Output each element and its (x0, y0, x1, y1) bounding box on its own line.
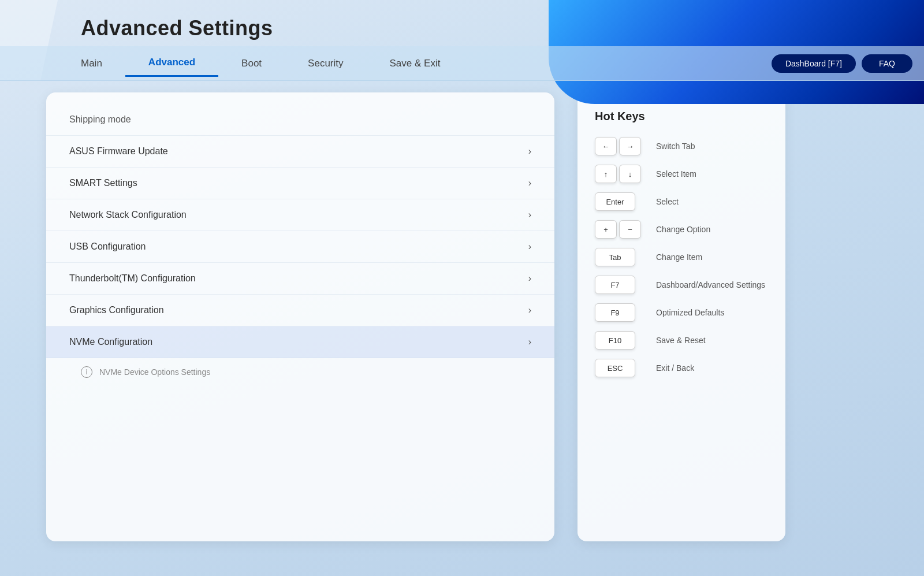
hotkey-desc-change-option: Change Option (656, 225, 710, 234)
sub-item-nvme-options: i NVMe Device Options Settings (46, 358, 554, 386)
arrow-icon-usb-config: › (528, 241, 531, 252)
settings-label-usb-config: USB Configuration (69, 241, 523, 252)
page-title: Advanced Settings (81, 16, 273, 40)
key-down-arrow: ↓ (619, 165, 641, 183)
key-esc: ESC (595, 359, 635, 377)
hotkeys-panel: Hot Keys ← → Switch Tab ↑ ↓ Select Item … (578, 92, 785, 541)
sub-item-label: NVMe Device Options Settings (99, 367, 210, 377)
arrow-icon-smart-settings: › (528, 178, 531, 188)
arrow-icon-asus-firmware: › (528, 146, 531, 157)
key-plus: + (595, 220, 617, 239)
hotkey-keys-esc: ESC (595, 359, 647, 377)
hotkey-f7: F7 Dashboard/Advanced Settings (595, 276, 768, 294)
key-left-arrow: ← (595, 137, 617, 155)
hotkey-desc-switch-tab: Switch Tab (656, 142, 695, 151)
hotkey-desc-esc: Exit / Back (656, 363, 694, 373)
nav-right-buttons: DashBoard [F7] FAQ (772, 54, 912, 73)
settings-item-shipping-mode[interactable]: Shipping mode (46, 104, 554, 136)
nav-save-exit[interactable]: Save & Exit (367, 51, 464, 76)
hotkey-f10: F10 Save & Reset (595, 331, 768, 350)
hotkey-desc-f9: Optimized Defaults (656, 308, 724, 317)
key-tab: Tab (595, 248, 635, 266)
hotkey-desc-select-item: Select Item (656, 169, 696, 179)
key-f7: F7 (595, 276, 635, 294)
hotkey-desc-tab: Change Item (656, 252, 702, 262)
settings-item-asus-firmware[interactable]: ASUS Firmware Update › (46, 136, 554, 168)
arrow-icon-network-stack: › (528, 210, 531, 220)
hotkey-switch-tab: ← → Switch Tab (595, 137, 768, 155)
hotkey-keys-tab: Tab (595, 248, 647, 266)
info-icon: i (81, 366, 92, 378)
arrow-icon-thunderbolt: › (528, 273, 531, 284)
nav-advanced[interactable]: Advanced (125, 50, 218, 77)
settings-panel: Shipping mode ASUS Firmware Update › SMA… (46, 92, 554, 541)
hotkey-keys-enter: Enter (595, 192, 647, 211)
hotkey-desc-f10: Save & Reset (656, 336, 706, 345)
settings-item-network-stack[interactable]: Network Stack Configuration › (46, 199, 554, 231)
nav-boot[interactable]: Boot (218, 51, 285, 76)
hotkey-select-item: ↑ ↓ Select Item (595, 165, 768, 183)
settings-label-shipping-mode: Shipping mode (69, 114, 531, 125)
settings-label-smart-settings: SMART Settings (69, 178, 523, 188)
nav-main[interactable]: Main (58, 51, 125, 76)
settings-item-smart-settings[interactable]: SMART Settings › (46, 168, 554, 199)
faq-button[interactable]: FAQ (862, 54, 912, 73)
dashboard-button[interactable]: DashBoard [F7] (772, 54, 856, 73)
hotkey-change-option: + − Change Option (595, 220, 768, 239)
arrow-icon-nvme: › (528, 337, 531, 347)
key-enter: Enter (595, 192, 635, 211)
settings-label-asus-firmware: ASUS Firmware Update (69, 146, 523, 157)
settings-label-thunderbolt: Thunderbolt(TM) Configuration (69, 273, 523, 284)
key-up-arrow: ↑ (595, 165, 617, 183)
hotkey-esc: ESC Exit / Back (595, 359, 768, 377)
hotkey-keys-switch-tab: ← → (595, 137, 647, 155)
key-f9: F9 (595, 303, 635, 322)
hotkey-desc-enter: Select (656, 197, 679, 206)
key-minus: − (619, 220, 641, 239)
arrow-icon-graphics: › (528, 305, 531, 315)
navigation-bar: Main Advanced Boot Security Save & Exit … (0, 46, 924, 81)
settings-item-thunderbolt[interactable]: Thunderbolt(TM) Configuration › (46, 263, 554, 295)
settings-label-graphics: Graphics Configuration (69, 305, 523, 315)
hotkey-keys-f9: F9 (595, 303, 647, 322)
hotkey-tab: Tab Change Item (595, 248, 768, 266)
hotkey-enter: Enter Select (595, 192, 768, 211)
settings-item-nvme[interactable]: NVMe Configuration › (46, 326, 554, 358)
settings-item-usb-config[interactable]: USB Configuration › (46, 231, 554, 263)
hotkey-keys-f10: F10 (595, 331, 647, 350)
key-right-arrow: → (619, 137, 641, 155)
hotkey-keys-f7: F7 (595, 276, 647, 294)
hotkey-desc-f7: Dashboard/Advanced Settings (656, 280, 765, 289)
settings-label-network-stack: Network Stack Configuration (69, 210, 523, 220)
settings-label-nvme: NVMe Configuration (69, 337, 523, 347)
hotkey-keys-select-item: ↑ ↓ (595, 165, 647, 183)
settings-item-graphics[interactable]: Graphics Configuration › (46, 295, 554, 326)
hotkey-keys-change-option: + − (595, 220, 647, 239)
hotkey-f9: F9 Optimized Defaults (595, 303, 768, 322)
main-content: Shipping mode ASUS Firmware Update › SMA… (46, 92, 878, 541)
key-f10: F10 (595, 331, 635, 350)
nav-security[interactable]: Security (285, 51, 366, 76)
hotkeys-title: Hot Keys (595, 110, 768, 123)
